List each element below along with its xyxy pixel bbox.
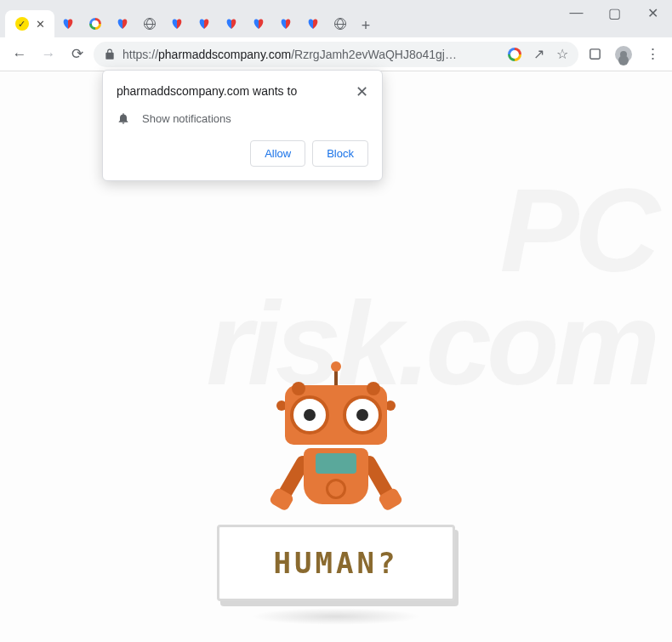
- robot-sign: HUMAN?: [217, 525, 455, 601]
- browser-tab[interactable]: [299, 10, 327, 37]
- address-bar[interactable]: https://pharmaddscompany.com/RzrgJamh2ev…: [94, 42, 578, 67]
- window-titlebar: ✓ ✕ + — ▢ ✕: [0, 0, 672, 37]
- bell-icon: [117, 111, 130, 125]
- heart-icon: [307, 18, 319, 30]
- heart-icon: [280, 18, 292, 30]
- browser-tab[interactable]: [136, 10, 163, 37]
- new-tab-button[interactable]: +: [354, 14, 378, 37]
- window-controls: — ▢ ✕: [557, 0, 672, 26]
- browser-tab[interactable]: [327, 10, 354, 37]
- sign-text: HUMAN?: [274, 546, 399, 580]
- browser-tab[interactable]: [245, 10, 272, 37]
- browser-menu-button[interactable]: ⋮: [640, 42, 665, 67]
- back-button[interactable]: ←: [7, 42, 32, 67]
- forward-button[interactable]: →: [36, 42, 61, 67]
- browser-toolbar: ← → ⟳ https://pharmaddscompany.com/RzrgJ…: [0, 37, 672, 71]
- notification-permission-popup: pharmaddscompany.com wants to ✕ Show not…: [102, 70, 383, 181]
- svg-rect-0: [589, 49, 599, 59]
- heart-icon: [198, 18, 210, 30]
- robot-antenna-icon: [334, 368, 338, 387]
- profile-avatar-icon[interactable]: [611, 42, 636, 67]
- notification-title: pharmaddscompany.com wants to: [117, 84, 297, 98]
- globe-icon: [334, 18, 346, 30]
- window-maximize-button[interactable]: ▢: [595, 0, 634, 26]
- heart-icon: [253, 18, 265, 30]
- google-icon: [89, 18, 101, 30]
- reload-button[interactable]: ⟳: [65, 42, 90, 67]
- notification-body-text: Show notifications: [142, 112, 231, 125]
- browser-tab[interactable]: [163, 10, 191, 37]
- browser-tab[interactable]: [54, 10, 82, 37]
- browser-tab[interactable]: [82, 10, 109, 37]
- robot-body-icon: [304, 448, 368, 504]
- heart-icon: [117, 18, 128, 30]
- window-close-button[interactable]: ✕: [634, 0, 672, 26]
- close-icon[interactable]: ✕: [356, 84, 368, 99]
- heart-icon: [225, 18, 237, 30]
- browser-tab[interactable]: [272, 10, 299, 37]
- url-text: https://pharmaddscompany.com/RzrgJamh2ev…: [122, 48, 457, 61]
- browser-tab[interactable]: [191, 10, 218, 37]
- heart-icon: [62, 18, 74, 30]
- robot-illustration: HUMAN?: [217, 368, 455, 625]
- browser-tab[interactable]: [109, 10, 136, 37]
- lock-icon: [104, 48, 116, 60]
- globe-icon: [144, 18, 156, 30]
- browser-tab-active[interactable]: ✓ ✕: [5, 10, 54, 37]
- block-button[interactable]: Block: [312, 140, 368, 167]
- google-search-icon[interactable]: [508, 48, 521, 61]
- share-icon[interactable]: ↗: [533, 46, 544, 62]
- robot-head-icon: [285, 385, 387, 445]
- allow-button[interactable]: Allow: [250, 140, 305, 167]
- norton-icon: ✓: [15, 17, 29, 31]
- heart-icon: [171, 18, 183, 30]
- window-minimize-button[interactable]: —: [557, 0, 595, 26]
- watermark-text: PC risk.com: [206, 173, 655, 400]
- bookmark-star-icon[interactable]: ☆: [556, 46, 568, 62]
- extensions-icon[interactable]: [582, 42, 607, 67]
- browser-tab[interactable]: [218, 10, 245, 37]
- tab-strip: ✓ ✕ +: [0, 0, 557, 37]
- tab-close-icon[interactable]: ✕: [36, 18, 45, 31]
